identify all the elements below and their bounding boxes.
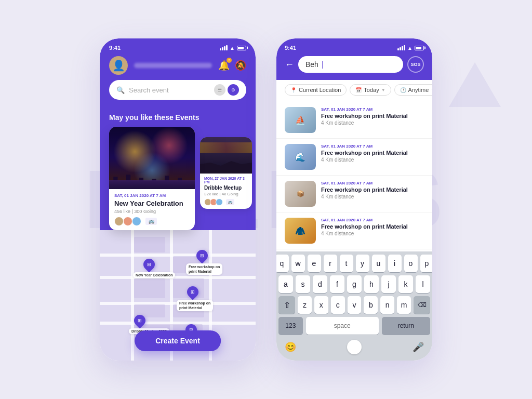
key-j[interactable]: j: [381, 275, 396, 293]
return-key[interactable]: return: [382, 317, 430, 335]
result-item-4[interactable]: 🧥 SAT, 01 JAN 2020 AT 7 AM Free workshop…: [276, 212, 432, 249]
event-main-title: New Year Celebration: [114, 200, 190, 207]
key-h[interactable]: h: [364, 275, 379, 293]
phone1-header: 9:41 ▲ 👤: [100, 38, 256, 109]
bar3b: [402, 46, 403, 50]
bar3: [224, 46, 225, 50]
boat-icon: ⛵: [285, 107, 316, 133]
key-a[interactable]: a: [278, 275, 293, 293]
key-t[interactable]: t: [340, 255, 353, 272]
bell-icon[interactable]: 🔔 2: [218, 60, 230, 71]
pin-icon-3: ⊞: [191, 289, 195, 295]
mic-key[interactable]: 🎤: [413, 341, 424, 353]
search-typed: Beh: [305, 60, 318, 69]
status-bar-1: 9:41 ▲: [109, 45, 246, 51]
result-item-1[interactable]: ⛵ SAT, 01 JAN 2020 AT 7 AM Free workshop…: [276, 102, 432, 139]
key-g[interactable]: g: [347, 275, 362, 293]
key-x[interactable]: x: [314, 296, 328, 314]
battery-icon-2: [415, 46, 424, 50]
pin-icon-2: ⊞: [200, 253, 204, 258]
event-card-side[interactable]: MON, 27 JAN 2020 AT 3 PM Dribble Meetup …: [200, 137, 252, 209]
result-meta-4: SAT, 01 JAN 2020 AT 7 AM: [321, 218, 424, 222]
pin-label-3: Free workshop onprint Material: [177, 300, 213, 311]
result-meta-1: SAT, 01 JAN 2020 AT 7 AM: [321, 107, 424, 112]
result-dist-1: 4 Km distance: [321, 120, 424, 126]
may-like-title: May you like these Events: [109, 113, 246, 122]
search-bar-1[interactable]: 🔍 Search event ☰ ⊕: [109, 80, 246, 100]
sos-button[interactable]: SOS: [407, 56, 424, 73]
filter-location[interactable]: 📍 Current Location: [285, 84, 347, 96]
back-button[interactable]: ←: [285, 59, 294, 70]
key-e[interactable]: e: [308, 255, 321, 272]
event-side-info: MON, 27 JAN 2020 AT 3 PM Dribble Meetup …: [200, 174, 252, 209]
emoji-key[interactable]: 😊: [285, 341, 296, 353]
bar1: [220, 48, 221, 50]
key-k[interactable]: k: [398, 275, 413, 293]
space-key[interactable]: space: [306, 317, 379, 335]
key-c[interactable]: c: [331, 296, 345, 314]
result-title-3: Free workshop on print Material: [321, 187, 424, 193]
time-1: 9:41: [109, 45, 121, 51]
key-b[interactable]: b: [364, 296, 378, 314]
create-event-button[interactable]: Create Event: [135, 330, 221, 351]
water-icon: 🌊: [285, 144, 316, 170]
key-v[interactable]: v: [348, 296, 362, 314]
bar1b: [397, 48, 399, 50]
event-card-main[interactable]: SAT, 01 JAN 2020 AT 7 AM New Year Celebr…: [109, 127, 195, 230]
attendee-1: [114, 217, 124, 226]
home-indicator: [347, 340, 362, 354]
key-m[interactable]: m: [397, 296, 411, 314]
key-d[interactable]: d: [313, 275, 327, 293]
delete-key[interactable]: ⌫: [414, 296, 430, 314]
pin-icon-1: ⊞: [147, 262, 151, 267]
phone-2: 9:41 ▲ ← Beh |: [276, 38, 432, 361]
key-z[interactable]: z: [298, 296, 312, 314]
number-key[interactable]: 123: [278, 317, 303, 335]
key-o[interactable]: o: [404, 255, 418, 272]
search-placeholder: Search event: [129, 86, 210, 94]
search-input-wrap[interactable]: Beh |: [298, 56, 403, 73]
kb-row-q: q w e r t y u i o p: [278, 255, 430, 272]
key-q[interactable]: q: [276, 255, 289, 272]
result-item-2[interactable]: 🌊 SAT, 01 JAN 2020 AT 7 AM Free workshop…: [276, 139, 432, 176]
filter-today-label: Today: [364, 87, 379, 93]
event-side-stats: 32k like | 4k Going: [204, 192, 248, 196]
may-like-section: May you like these Events SAT, 01 JAN 20…: [100, 109, 256, 230]
wifi-icon-2: ▲: [407, 45, 413, 51]
key-i[interactable]: i: [388, 255, 402, 272]
key-y[interactable]: y: [356, 255, 369, 272]
result-meta-2: SAT, 01 JAN 2020 AT 7 AM: [321, 144, 424, 149]
key-s[interactable]: s: [296, 275, 310, 293]
map-view-btn[interactable]: ⊕: [228, 84, 239, 96]
shift-key[interactable]: ⇧: [278, 296, 295, 314]
filter-today[interactable]: 📅 Today ▼: [350, 84, 391, 96]
key-n[interactable]: n: [380, 296, 394, 314]
key-w[interactable]: w: [291, 255, 305, 272]
result-item-3[interactable]: 📦 SAT, 01 JAN 2020 AT 7 AM Free workshop…: [276, 176, 432, 212]
key-u[interactable]: u: [372, 255, 385, 272]
kb-row-z: ⇧ z x c v b n m ⌫: [278, 296, 430, 314]
event-side-title: Dribble Meetup: [204, 185, 248, 191]
key-r[interactable]: r: [324, 255, 337, 272]
key-f[interactable]: f: [330, 275, 344, 293]
key-p[interactable]: p: [420, 255, 433, 272]
header-title: [134, 63, 212, 68]
list-view-btn[interactable]: ☰: [214, 84, 225, 96]
wifi-icon: ▲: [230, 45, 235, 51]
result-dist-2: 4 Km distance: [321, 157, 424, 163]
filter-row: 📍 Current Location 📅 Today ▼ 🕐 Anytime ▼: [276, 80, 432, 100]
transport-icon: 🚌: [145, 218, 157, 225]
filter-anytime[interactable]: 🕐 Anytime ▼: [394, 84, 432, 96]
result-title-1: Free workshop on print Material: [321, 113, 424, 119]
search-cursor: |: [322, 60, 324, 69]
search-icon: 🔍: [116, 86, 125, 94]
event-cards-row: SAT, 01 JAN 2020 AT 7 AM New Year Celebr…: [109, 127, 246, 230]
notification-icon[interactable]: 🔕: [235, 60, 246, 71]
result-info-3: SAT, 01 JAN 2020 AT 7 AM Free workshop o…: [321, 181, 424, 207]
view-toggle[interactable]: ☰ ⊕: [214, 84, 239, 96]
key-l[interactable]: l: [416, 275, 430, 293]
result-info-4: SAT, 01 JAN 2020 AT 7 AM Free workshop o…: [321, 218, 424, 244]
notification-badge: 2: [227, 58, 232, 63]
phone-1: 9:41 ▲ 👤: [100, 38, 256, 361]
avatar[interactable]: 👤: [109, 56, 128, 75]
